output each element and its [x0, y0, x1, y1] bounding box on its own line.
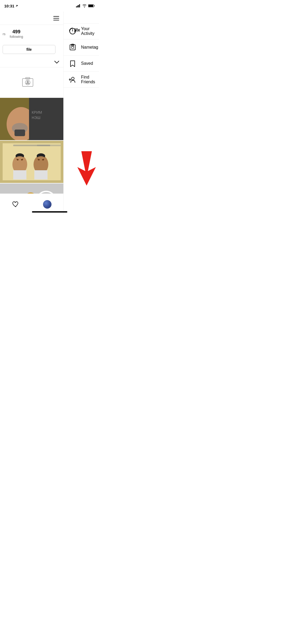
- edit-profile-label: file: [26, 47, 32, 52]
- svg-rect-2: [78, 5, 79, 7]
- chevron-area: [0, 57, 63, 67]
- status-icons: [76, 4, 95, 7]
- menu-item-nametag[interactable]: Nametag: [64, 39, 99, 55]
- battery-icon: [88, 4, 95, 7]
- svg-point-63: [72, 77, 74, 80]
- time-display: 10:31: [4, 4, 14, 8]
- nametag-icon: [69, 44, 76, 51]
- red-arrow-indicator: [73, 151, 99, 186]
- svg-point-34: [37, 156, 45, 159]
- followers-stat: rs: [3, 32, 6, 36]
- mugshot-photo: [0, 141, 63, 183]
- svg-rect-62: [72, 46, 74, 48]
- hamburger-button[interactable]: [53, 16, 59, 20]
- svg-rect-6: [88, 5, 93, 7]
- svg-text:НЭШ: НЭШ: [32, 116, 40, 120]
- edit-profile-button[interactable]: file: [3, 45, 55, 54]
- signal-icon: [76, 4, 81, 7]
- svg-point-27: [16, 156, 23, 159]
- saved-label: Saved: [81, 61, 93, 66]
- svg-rect-1: [77, 6, 78, 7]
- status-bar: 10:31: [0, 0, 99, 12]
- menu-item-saved[interactable]: Saved: [64, 56, 99, 71]
- menu-items-container: Your Activity Nametag Saved: [64, 23, 99, 88]
- svg-rect-17: [15, 130, 25, 136]
- right-drawer: jllx Your Activity: [63, 0, 99, 215]
- svg-rect-0: [76, 6, 77, 7]
- globe-button[interactable]: [43, 200, 51, 209]
- svg-rect-21: [37, 145, 61, 146]
- left-header: [0, 12, 63, 25]
- status-time: 10:31: [4, 4, 18, 8]
- svg-rect-28: [13, 170, 26, 180]
- svg-point-59: [72, 28, 73, 29]
- profile-stats: rs 499 following: [0, 29, 63, 39]
- wifi-icon: [82, 4, 87, 7]
- photo-mugshot[interactable]: [0, 141, 63, 183]
- tattoo-photo: КРИМ НЭШ: [0, 98, 63, 140]
- camera-person-icon: [21, 75, 34, 89]
- photo-placeholder: [16, 70, 40, 94]
- svg-point-57: [44, 201, 51, 208]
- home-indicator: [32, 211, 67, 213]
- following-count: 499: [12, 29, 20, 35]
- divider-2: [64, 55, 99, 56]
- location-arrow-icon: [15, 4, 18, 7]
- svg-point-10: [27, 81, 29, 83]
- divider-3: [64, 71, 99, 72]
- following-label: following: [10, 35, 23, 39]
- svg-rect-35: [34, 170, 48, 180]
- left-panel: rs 499 following file: [0, 0, 63, 215]
- activity-icon: [69, 27, 76, 35]
- heart-icon[interactable]: [12, 201, 19, 208]
- menu-item-find-friends[interactable]: Find Friends: [64, 72, 99, 88]
- nametag-label: Nametag: [81, 45, 98, 50]
- divider-1: [64, 39, 99, 39]
- menu-item-your-activity[interactable]: Your Activity: [64, 23, 99, 39]
- globe-icon: [44, 201, 51, 208]
- your-activity-label: Your Activity: [81, 26, 95, 36]
- red-arrow-svg: [73, 151, 99, 186]
- saved-icon: [69, 60, 76, 67]
- find-friends-label: Find Friends: [81, 75, 95, 84]
- divider-4: [64, 88, 99, 88]
- svg-rect-19: [3, 143, 61, 180]
- svg-text:КРИМ: КРИМ: [32, 110, 42, 114]
- svg-rect-5: [94, 5, 95, 6]
- followers-label: rs: [3, 32, 6, 36]
- svg-rect-3: [79, 4, 80, 7]
- photo-tattoo[interactable]: КРИМ НЭШ: [0, 98, 63, 140]
- svg-marker-66: [77, 151, 96, 186]
- find-friends-icon: [69, 76, 76, 83]
- following-stat: 499 following: [10, 29, 23, 39]
- chevron-down-icon[interactable]: [54, 61, 59, 63]
